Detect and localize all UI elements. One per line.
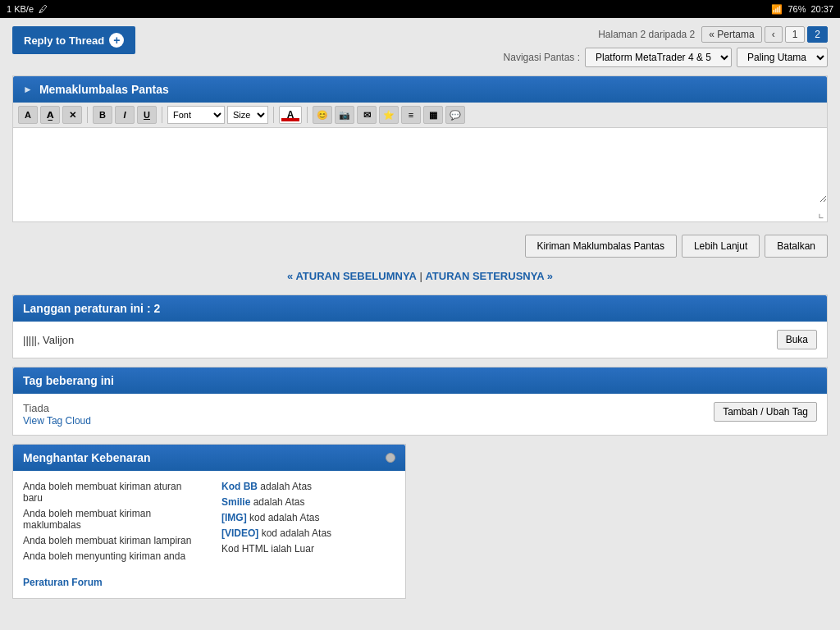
main-container: Reply to Thread + Halaman 2 daripada 2 «… — [0, 18, 840, 615]
code-item-1: Kod BB adalah Atas — [221, 481, 395, 492]
forum-rules-link[interactable]: Peraturan Forum — [23, 577, 103, 588]
status-bar-right: 📶 76% 20:37 — [771, 4, 833, 15]
view-tag-cloud-link[interactable]: View Tag Cloud — [23, 415, 91, 427]
list-btn[interactable]: ≡ — [401, 106, 421, 124]
nav-label: Navigasi Pantas : Platform MetaTrader 4 … — [504, 48, 828, 67]
email-btn[interactable]: ✉ — [357, 106, 377, 124]
tag-body: Tiada View Tag Cloud Tambah / Ubah Tag — [13, 394, 827, 435]
speech-btn[interactable]: 💬 — [445, 106, 465, 124]
page-2-btn[interactable]: 2 — [807, 26, 828, 43]
battery-level: 76% — [788, 4, 806, 14]
star-btn[interactable]: ⭐ — [379, 106, 399, 124]
subscriber-body: |||||, Valijon Buka — [13, 322, 827, 358]
nav-dropdown-2[interactable]: Paling Utama — [737, 48, 828, 67]
status-bar: 1 KB/e 🖊 📶 76% 20:37 — [0, 0, 840, 18]
status-bar-left: 1 KB/e 🖊 — [7, 4, 48, 14]
page-1-btn[interactable]: 1 — [785, 26, 806, 43]
nav-label-text: Navigasi Pantas : — [504, 52, 580, 63]
image-btn[interactable]: 📷 — [335, 106, 354, 124]
perm-item-3: Anda boleh membuat kiriman lampiran — [23, 535, 197, 546]
add-tag-btn[interactable]: Tambah / Ubah Tag — [714, 402, 817, 422]
bold-btn[interactable]: B — [93, 106, 112, 124]
prev-page-btn[interactable]: ‹ — [765, 26, 783, 43]
tag-title: Tag beberang ini — [23, 374, 114, 387]
editor-toolbar: A A̲ ✕ B I U Font Size A 😊 📷 ✉ ⭐ ≡ — [13, 103, 827, 128]
toolbar-sep-1 — [87, 107, 88, 123]
pagination-row: Halaman 2 daripada 2 « Pertama ‹ 1 2 — [504, 26, 828, 43]
permission-header: Menghantar Kebenaran — [13, 445, 405, 471]
page-info: Halaman 2 daripada 2 — [598, 29, 695, 40]
subscriber-name: |||||, Valijon — [23, 334, 74, 346]
permission-title: Menghantar Kebenaran — [23, 451, 151, 464]
code-item-2: Smilie adalah Atas — [221, 496, 395, 508]
pagination-area: Halaman 2 daripada 2 « Pertama ‹ 1 2 Nav… — [504, 26, 828, 67]
editor-section: ► Memaklumbalas Pantas A A̲ ✕ B I U Font… — [12, 75, 828, 222]
toolbar-sep-2 — [162, 107, 162, 123]
reply-to-thread-button[interactable]: Reply to Thread + — [12, 26, 135, 54]
resize-handle[interactable]: ⌞ — [13, 205, 827, 221]
nav-dropdown-1[interactable]: Platform MetaTrader 4 & 5 — [585, 48, 732, 67]
first-page-btn[interactable]: « Pertama — [701, 26, 761, 43]
cancel-btn[interactable]: Batalkan — [765, 235, 828, 258]
clock: 20:37 — [810, 4, 833, 14]
code-item-3: [IMG] kod adalah Atas — [221, 512, 395, 523]
perm-item-1: Anda boleh membuat kiriman aturan baru — [23, 481, 197, 504]
advanced-btn[interactable]: Lebih Lanjut — [682, 235, 760, 258]
subscribe-title: Langgan peraturan ini : 2 — [23, 302, 160, 315]
action-buttons: Kiriman Maklumbalas Pantas Lebih Lanjut … — [12, 235, 828, 258]
toolbar-sep-3 — [273, 107, 274, 123]
subscriber-text: |||||, Valijon — [23, 334, 74, 346]
reply-label: Reply to Thread — [24, 34, 104, 47]
editor-textarea[interactable] — [13, 128, 827, 203]
tag-header: Tag beberang ini — [13, 368, 827, 394]
links-row: « ATURAN SEBELUMNYA | ATURAN SETERUSNYA … — [12, 270, 828, 282]
top-bar: Reply to Thread + Halaman 2 daripada 2 «… — [12, 26, 828, 67]
tag-left: Tiada View Tag Cloud — [23, 402, 91, 427]
edit-icon: 🖊 — [39, 4, 48, 14]
format-btn-1[interactable]: A — [18, 106, 38, 124]
toolbar-sep-4 — [307, 107, 308, 123]
arrow-icon: ► — [23, 84, 33, 95]
color-indicator — [281, 118, 299, 121]
perm-item-2: Anda boleh membuat kiriman maklumbalas — [23, 508, 197, 531]
permission-body: Anda boleh membuat kiriman aturan baru A… — [13, 471, 405, 576]
remove-format-btn[interactable]: ✕ — [62, 106, 82, 124]
italic-btn[interactable]: I — [115, 106, 135, 124]
permission-col-right: Kod BB adalah Atas Smilie adalah Atas [I… — [221, 481, 395, 566]
permission-footer: Peraturan Forum — [13, 576, 405, 598]
code-item-4: [VIDEO] kod adalah Atas — [221, 527, 395, 539]
prev-rule-link[interactable]: « ATURAN SEBELUMNYA — [287, 270, 417, 282]
format-btn-2[interactable]: A̲ — [40, 106, 60, 124]
no-tag-text: Tiada — [23, 402, 91, 414]
next-rule-link[interactable]: ATURAN SETERUSNYA » — [425, 270, 553, 282]
font-select[interactable]: Font — [167, 106, 225, 124]
perm-item-4: Anda boleh menyunting kiriman anda — [23, 550, 197, 562]
permission-dot — [386, 453, 395, 463]
permission-col-left: Anda boleh membuat kiriman aturan baru A… — [23, 481, 197, 566]
tag-section: Tag beberang ini Tiada View Tag Cloud Ta… — [12, 367, 828, 436]
reply-section-header: ► Memaklumbalas Pantas — [13, 76, 827, 103]
smiley-btn[interactable]: 😊 — [313, 106, 332, 124]
plus-icon: + — [109, 33, 124, 48]
submit-reply-btn[interactable]: Kiriman Maklumbalas Pantas — [525, 235, 677, 258]
signal-icon: 📶 — [771, 4, 783, 15]
code-item-5: Kod HTML ialah Luar — [221, 543, 395, 555]
table-btn[interactable]: ▦ — [423, 106, 443, 124]
data-indicator: 1 KB/e — [7, 4, 34, 14]
open-subscribers-btn[interactable]: Buka — [777, 330, 817, 349]
subscribe-header: Langgan peraturan ini : 2 — [13, 295, 827, 322]
reply-section-title: Memaklumbalas Pantas — [39, 83, 169, 96]
subscribe-section: Langgan peraturan ini : 2 |||||, Valijon… — [12, 294, 828, 358]
size-select[interactable]: Size — [227, 106, 268, 124]
color-btn[interactable]: A — [279, 106, 302, 124]
permission-section: Menghantar Kebenaran Anda boleh membuat … — [12, 444, 406, 599]
underline-btn[interactable]: U — [137, 106, 157, 124]
